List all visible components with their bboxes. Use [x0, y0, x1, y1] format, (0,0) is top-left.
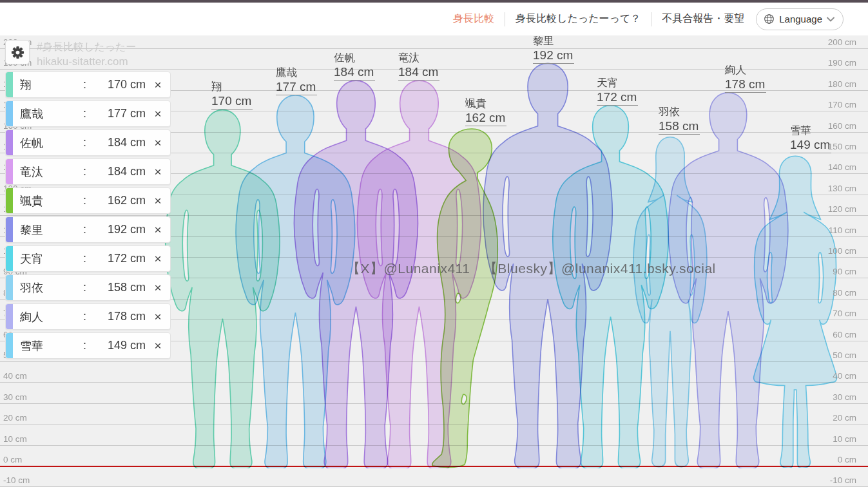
scale-label-right: 160 cm [828, 121, 856, 131]
scale-label-right: 180 cm [828, 79, 856, 89]
silhouette-figure[interactable] [159, 106, 286, 468]
language-button[interactable]: Language [756, 8, 844, 30]
nav-item-bug-report[interactable]: 不具合報告・要望 [662, 12, 744, 26]
chevron-down-icon [827, 17, 834, 22]
figure-label: 翔170 cm [211, 80, 253, 110]
scale-label-right: 150 cm [828, 142, 856, 151]
person-height-value: 184 cm [93, 136, 146, 149]
figure-name: 雪華 [790, 124, 831, 137]
language-label: Language [779, 14, 822, 24]
scale-label-right: 190 cm [828, 58, 856, 68]
remove-person-button[interactable]: × [146, 129, 170, 156]
separator: : [83, 252, 86, 265]
scale-label-right: 170 cm [828, 100, 856, 110]
separator: : [83, 339, 86, 352]
person-row: 翔:170 cm× [5, 72, 171, 98]
person-color-stripe [6, 304, 13, 329]
remove-person-button[interactable]: × [146, 187, 170, 214]
height-chart-canvas: 200 cm200 cm190 cm190 cm180 cm180 cm170 … [0, 35, 868, 487]
silhouette-figure[interactable] [403, 123, 546, 468]
person-row: 雪華:149 cm× [5, 332, 171, 359]
figure-name: 颯貴 [465, 97, 506, 110]
settings-button[interactable] [5, 40, 30, 64]
person-color-stripe [6, 217, 13, 242]
figure-height-value: 178 cm [725, 77, 766, 93]
remove-person-button[interactable]: × [146, 303, 170, 330]
figure-label: 絢人178 cm [725, 63, 766, 93]
remove-person-button[interactable]: × [146, 274, 170, 301]
divider [505, 12, 505, 26]
figure-height-value: 172 cm [597, 90, 638, 106]
person-color-stripe [6, 188, 13, 213]
brand-domain: hikaku-sitatter.com [37, 54, 136, 69]
remove-person-button[interactable]: × [146, 332, 170, 359]
scale-label-left: 10 cm [3, 434, 27, 444]
separator: : [83, 165, 86, 178]
nav-item-about[interactable]: 身長比較したったーって？ [516, 12, 641, 26]
person-color-stripe [6, 101, 13, 126]
person-name: 翔 [20, 77, 83, 93]
scale-label-right: 120 cm [828, 204, 856, 214]
figure-label: 天宵172 cm [597, 76, 638, 106]
remove-person-button[interactable]: × [146, 158, 170, 185]
scale-label-left: 30 cm [3, 392, 27, 402]
figure-name: 竜汰 [398, 51, 439, 64]
globe-icon [764, 14, 775, 24]
figure-label: 颯貴162 cm [465, 97, 506, 126]
scale-label-right: 90 cm [833, 267, 856, 276]
remove-person-button[interactable]: × [146, 72, 170, 98]
person-row: 竜汰:184 cm× [5, 158, 171, 185]
scale-label-left: 0 cm [3, 455, 22, 464]
person-height-value: 149 cm [93, 339, 146, 352]
scale-label-right: 140 cm [828, 162, 856, 172]
scale-label-right: 50 cm [833, 350, 856, 360]
person-row: 颯貴:162 cm× [5, 187, 171, 214]
figure-name: 天宵 [597, 76, 638, 90]
watermark-credit: 【X】@Lunanix411 【Bluesky】@lunanix411.bsky… [347, 260, 716, 278]
scale-label-right: 70 cm [833, 309, 856, 318]
figure-height-value: 158 cm [659, 119, 700, 135]
figure-label: 鷹哉177 cm [276, 66, 317, 95]
figure-name: 羽依 [659, 105, 700, 119]
scale-label-right: 40 cm [833, 371, 856, 381]
figure-height-value: 184 cm [398, 64, 439, 81]
figure-label: 羽依158 cm [659, 105, 700, 135]
nav-item-height-compare[interactable]: 身長比較 [453, 12, 494, 26]
site-brand: #身長比較したったー hikaku-sitatter.com [37, 39, 136, 69]
person-height-value: 184 cm [93, 165, 146, 178]
scale-label-right: 80 cm [833, 288, 856, 298]
remove-person-button[interactable]: × [146, 245, 170, 272]
scale-label-right: 10 cm [833, 434, 856, 444]
scale-label-left: 20 cm [3, 413, 27, 423]
person-name: 颯貴 [20, 193, 83, 209]
person-color-stripe [6, 130, 13, 155]
remove-person-button[interactable]: × [146, 216, 170, 243]
scale-label-left: 40 cm [3, 371, 27, 381]
figure-height-value: 184 cm [334, 64, 375, 81]
person-name: 鷹哉 [20, 106, 83, 122]
scale-label-right: 30 cm [833, 392, 856, 402]
person-name: 羽依 [20, 280, 83, 296]
separator: : [83, 223, 86, 236]
figure-height-value: 170 cm [211, 93, 253, 110]
scale-label-right: 110 cm [829, 225, 856, 235]
brand-hashtag: #身長比較したったー [37, 39, 136, 54]
silhouette-figure[interactable] [622, 131, 718, 468]
figure-label: 雪華149 cm [790, 124, 831, 153]
figure-height-value: 162 cm [465, 110, 506, 126]
figure-height-value: 149 cm [790, 137, 831, 153]
remove-person-button[interactable]: × [146, 100, 170, 127]
person-name: 雪華 [20, 338, 83, 354]
person-name: 黎里 [20, 222, 83, 238]
person-height-value: 192 cm [93, 223, 146, 236]
separator: : [83, 107, 86, 120]
person-row: 天宵:172 cm× [5, 245, 171, 272]
scale-label-right: 60 cm [833, 330, 856, 339]
scale-label-right: 20 cm [833, 413, 856, 423]
scale-label-right: 100 cm [828, 246, 856, 256]
scale-label-right: 130 cm [828, 184, 856, 193]
person-name: 天宵 [20, 251, 83, 267]
figure-height-value: 192 cm [533, 48, 574, 64]
person-height-value: 172 cm [93, 252, 146, 265]
scale-label-right: 0 cm [838, 455, 856, 464]
